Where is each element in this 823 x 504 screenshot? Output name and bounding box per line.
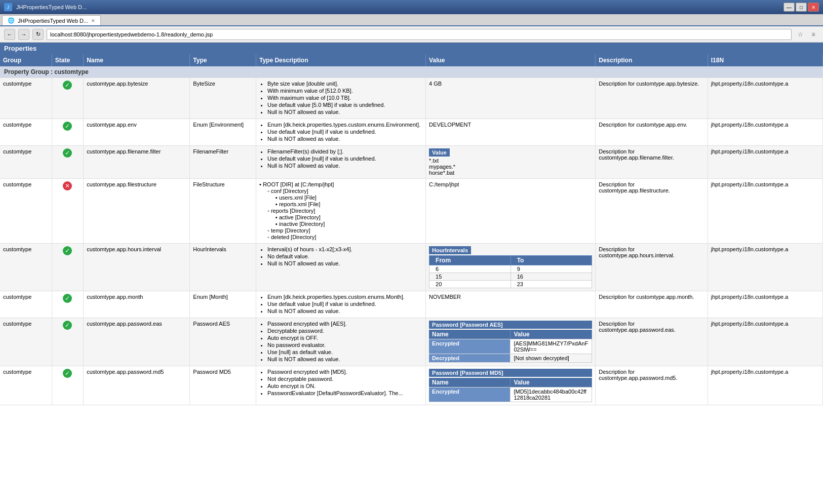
table-header-row: Group State Name Type Type Description V… [0,54,823,66]
col-header-state: State [52,54,83,66]
state-ok-icon: ✓ [63,122,72,131]
tab-main[interactable]: 🌐 JHPropertiesTyped Web D... ✕ [2,15,101,25]
window-controls: — □ ✕ [783,3,819,12]
cell-description: Description for customtype.app.month. [596,291,708,318]
cell-group: customtype [0,146,52,179]
cell-state: ✓ [52,366,83,405]
forward-button[interactable]: → [18,29,29,40]
cell-i18n: jhpt.property.i18n.customtype.a [708,366,822,405]
title-bar: J JHPropertiesTyped Web D... — □ ✕ [0,0,823,14]
cell-name: customtype.app.hours.interval [84,244,190,291]
cell-group: customtype [0,244,52,291]
cell-type-desc: Enum [dk.heick.properties.types.custom.e… [256,291,426,318]
cell-i18n: jhpt.property.i18n.customtype.a [708,78,822,119]
cell-name: customtype.app.bytesize [84,78,190,119]
tab-label: JHPropertiesTyped Web D... [18,18,88,24]
cell-type-desc: FilenameFilter(s) divided by [;].Use def… [256,146,426,179]
address-bar-actions: ☆ ≡ [795,29,819,40]
cell-group: customtype [0,119,52,146]
col-header-type: Type [190,54,256,66]
state-ok-icon: ✓ [63,148,72,158]
col-header-typedesc: Type Description [256,54,426,66]
col-header-desc: Description [596,54,708,66]
cell-state: ✓ [52,318,83,366]
cell-value: NOVEMBER [426,291,596,318]
properties-header: Properties [0,43,823,54]
state-error-icon: ✕ [63,181,72,190]
cell-description: Description for customtype.app.bytesize. [596,78,708,119]
table-row: customtype✕customtype.app.filestructureF… [0,179,823,244]
cell-value: C:/temp/jhpt [426,179,596,244]
cell-i18n: jhpt.property.i18n.customtype.a [708,244,822,291]
cell-type-desc: Interval(s) of hours - x1-x2[;x3-x4].No … [256,244,426,291]
cell-value: Value*.txtmypages.*horse*.bat [426,146,596,179]
url-input[interactable] [47,29,792,40]
cell-type: FileStructure [190,179,256,244]
back-button[interactable]: ← [4,29,15,40]
properties-table: Group State Name Type Type Description V… [0,54,823,405]
tab-bar: 🌐 JHPropertiesTyped Web D... ✕ [0,14,823,26]
cell-group: customtype [0,291,52,318]
cell-description: Description for customtype.app.password.… [596,318,708,366]
cell-type: Password AES [190,318,256,366]
cell-state: ✓ [52,78,83,119]
cell-description: Description for customtype.app.env. [596,119,708,146]
refresh-button[interactable]: ↻ [32,29,44,40]
cell-name: customtype.app.password.md5 [84,366,190,405]
cell-description: Description for customtype.app.password.… [596,366,708,405]
cell-type: HourIntervals [190,244,256,291]
cell-type-desc: Password encrypted with [MD5].Not decryp… [256,366,426,405]
cell-i18n: jhpt.property.i18n.customtype.a [708,179,822,244]
cell-description: Description for customtype.app.hours.int… [596,244,708,291]
minimize-button[interactable]: — [783,3,795,12]
table-row: customtype✓customtype.app.filename.filte… [0,146,823,179]
cell-state: ✓ [52,291,83,318]
cell-type: FilenameFilter [190,146,256,179]
state-ok-icon: ✓ [63,321,72,330]
state-ok-icon: ✓ [63,246,72,255]
cell-name: customtype.app.filestructure [84,179,190,244]
cell-state: ✓ [52,244,83,291]
maximize-button[interactable]: □ [796,3,807,12]
main-content: Properties Group State Name Type Type De… [0,43,823,504]
col-header-group: Group [0,54,52,66]
cell-type-desc: Enum [dk.heick.properties.types.custom.e… [256,119,426,146]
table-row: customtype✓customtype.app.bytesizeByteSi… [0,78,823,119]
state-ok-icon: ✓ [63,294,72,303]
tab-icon: 🌐 [8,17,15,24]
cell-value: Password [Password MD5]NameValueEncrypte… [426,366,596,405]
cell-value: DEVELOPMENT [426,119,596,146]
cell-group: customtype [0,366,52,405]
cell-group: customtype [0,318,52,366]
cell-type: ByteSize [190,78,256,119]
table-row: customtype✓customtype.app.envEnum [Envir… [0,119,823,146]
col-header-value: Value [426,54,596,66]
group-header-row: Property Group : customtype [0,66,823,78]
app-icon: J [4,3,12,11]
table-row: customtype✓customtype.app.monthEnum [Mon… [0,291,823,318]
cell-type: Password MD5 [190,366,256,405]
cell-i18n: jhpt.property.i18n.customtype.a [708,318,822,366]
table-wrapper[interactable]: Group State Name Type Type Description V… [0,54,823,504]
cell-i18n: jhpt.property.i18n.customtype.a [708,146,822,179]
cell-name: customtype.app.password.eas [84,318,190,366]
cell-value: HourIntervalsFromTo6915162023 [426,244,596,291]
address-bar: ← → ↻ ☆ ≡ [0,26,823,43]
cell-name: customtype.app.env [84,119,190,146]
cell-type: Enum [Month] [190,291,256,318]
tab-close-icon[interactable]: ✕ [91,18,95,23]
cell-group: customtype [0,179,52,244]
table-row: customtype✓customtype.app.password.easPa… [0,318,823,366]
menu-icon[interactable]: ≡ [808,29,819,40]
cell-type-desc: Password encrypted with [AES].Decryptabl… [256,318,426,366]
cell-description: Description for customtype.app.filename.… [596,146,708,179]
col-header-i18n: I18N [708,54,822,66]
bookmark-icon[interactable]: ☆ [795,29,806,40]
close-button[interactable]: ✕ [808,3,819,12]
cell-value: Password [Password AES]NameValueEncrypte… [426,318,596,366]
cell-state: ✓ [52,146,83,179]
cell-state: ✕ [52,179,83,244]
cell-name: customtype.app.month [84,291,190,318]
table-row: customtype✓customtype.app.hours.interval… [0,244,823,291]
cell-type-desc: Byte size value [double unit].With minim… [256,78,426,119]
